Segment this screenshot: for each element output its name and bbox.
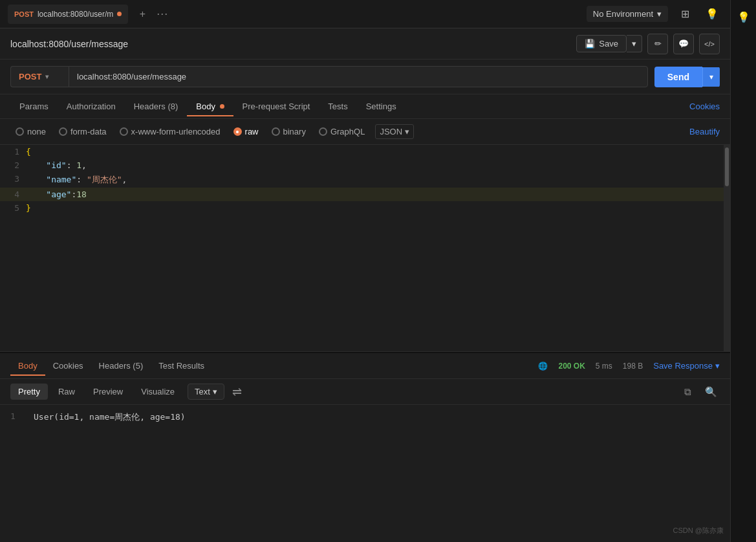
response-size: 198 B [623, 362, 643, 371]
status-code: 200 OK [558, 362, 585, 371]
search-response-button[interactable]: 🔍 [702, 383, 720, 401]
line-content: "age":18 [26, 188, 730, 201]
resp-subtab-preview[interactable]: Preview [85, 384, 131, 400]
response-tabs: Body Cookies Headers (5) Test Results 🌐 … [0, 353, 730, 379]
line-number: 1 [0, 145, 26, 158]
resp-subtab-pretty[interactable]: Pretty [10, 384, 48, 400]
top-bar: POST localhost:8080/user/m + ··· No Envi… [0, 0, 730, 28]
json-format-selector[interactable]: JSON ▾ [375, 124, 414, 139]
resp-subtab-raw[interactable]: Raw [50, 384, 83, 400]
editor-scrollbar[interactable] [724, 145, 730, 351]
beautify-button[interactable]: Beautify [689, 127, 720, 136]
radio-graphql[interactable] [319, 127, 327, 136]
right-sidebar: 💡 [730, 0, 756, 542]
resp-tab-body[interactable]: Body [10, 356, 45, 376]
response-status: 🌐 200 OK 5 ms 198 B Save Response ▾ [538, 361, 720, 371]
tab-prerequest[interactable]: Pre-request Script [233, 96, 319, 116]
body-unsaved-dot [220, 104, 224, 109]
request-title: localhost:8080/user/message [10, 39, 128, 49]
option-binary[interactable]: binary [266, 125, 311, 138]
format-chevron-icon: ▾ [405, 127, 409, 136]
method-chevron-icon: ▾ [45, 73, 49, 80]
radio-form-data[interactable] [59, 127, 67, 136]
tab-tests[interactable]: Tests [319, 96, 356, 116]
tab-headers[interactable]: Headers (8) [125, 96, 188, 116]
code-editor[interactable]: 1 { 2 "id": 1, 3 "name": "周杰伦", 4 "age":… [0, 145, 730, 352]
tab-params[interactable]: Params [10, 96, 58, 116]
url-input[interactable] [69, 66, 648, 87]
response-format-selector[interactable]: Text ▾ [188, 384, 224, 400]
save-icon: 💾 [585, 39, 595, 49]
resp-line-number: 1 [10, 411, 23, 423]
code-line-3: 3 "name": "周杰伦", [0, 172, 730, 188]
method-label: POST [19, 72, 41, 81]
cookies-button[interactable]: Cookies [689, 102, 720, 111]
radio-urlencoded[interactable] [120, 127, 128, 136]
response-subtabs: Pretty Raw Preview Visualize Text ▾ ⇌ ⧉ … [0, 379, 730, 405]
code-line-4: 4 "age":18 [0, 188, 730, 201]
save-dropdown-button[interactable]: ▾ [627, 35, 642, 52]
tab-body[interactable]: Body [187, 96, 233, 116]
method-selector[interactable]: POST ▾ [10, 66, 69, 87]
url-bar: POST ▾ Send ▾ [0, 60, 730, 94]
globe-icon: 🌐 [538, 362, 548, 371]
new-tab-button[interactable]: + [133, 5, 151, 23]
bulb-icon-button[interactable]: 💡 [702, 4, 722, 25]
chevron-down-icon: ▾ [657, 9, 662, 19]
comment-icon-button[interactable]: 💬 [673, 34, 694, 54]
line-content: } [26, 201, 730, 215]
send-dropdown-button[interactable]: ▾ [702, 67, 720, 87]
response-panel: Body Cookies Headers (5) Test Results 🌐 … [0, 352, 730, 429]
code-line-5: 5 } [0, 201, 730, 215]
resp-line-content: User(id=1, name=周杰伦, age=18) [34, 411, 186, 423]
radio-binary[interactable] [272, 127, 280, 136]
resp-tab-cookies[interactable]: Cookies [45, 356, 91, 376]
tab-url: localhost:8080/user/m [38, 10, 113, 19]
env-label: No Environment [593, 9, 653, 19]
option-none[interactable]: none [10, 125, 51, 138]
resp-tab-headers[interactable]: Headers (5) [91, 356, 151, 376]
code-line-2: 2 "id": 1, [0, 158, 730, 172]
line-number: 5 [0, 201, 26, 215]
line-content: "id": 1, [26, 158, 730, 172]
line-content: { [26, 145, 730, 158]
watermark: CSDN @陈亦康 [673, 526, 724, 536]
send-button[interactable]: Send [654, 67, 702, 87]
radio-raw[interactable] [233, 127, 242, 136]
grid-icon-button[interactable]: ⊞ [675, 4, 695, 25]
tab-authorization[interactable]: Authorization [58, 96, 125, 116]
resp-subtab-visualize[interactable]: Visualize [133, 384, 182, 400]
option-raw[interactable]: raw [228, 125, 264, 138]
request-header-actions: 💾 Save ▾ ✏ 💬 </> [576, 34, 720, 54]
code-line-1: 1 { [0, 145, 730, 158]
edit-icon-button[interactable]: ✏ [647, 34, 668, 54]
copy-response-button[interactable]: ⧉ [678, 383, 697, 401]
save-response-chevron-icon: ▾ [715, 361, 720, 371]
radio-none[interactable] [16, 127, 24, 136]
option-urlencoded[interactable]: x-www-form-urlencoded [114, 125, 226, 138]
line-content: "name": "周杰伦", [26, 172, 730, 188]
line-number: 2 [0, 158, 26, 172]
save-response-button[interactable]: Save Response ▾ [653, 361, 720, 371]
resp-line-1: 1 User(id=1, name=周杰伦, age=18) [10, 411, 720, 423]
tab-unsaved-dot [117, 12, 122, 16]
line-number: 3 [0, 172, 26, 188]
top-right-actions: No Environment ▾ ⊞ 💡 [587, 4, 722, 25]
response-time: 5 ms [596, 362, 612, 371]
option-form-data[interactable]: form-data [54, 125, 112, 138]
scrollbar-thumb [725, 147, 729, 186]
resp-tab-test-results[interactable]: Test Results [151, 356, 212, 376]
save-button[interactable]: 💾 Save [576, 35, 627, 52]
sidebar-icon-bulb[interactable]: 💡 [733, 6, 754, 27]
environment-selector[interactable]: No Environment ▾ [587, 6, 668, 22]
line-number: 4 [0, 188, 26, 201]
code-icon-button[interactable]: </> [699, 34, 720, 54]
more-tabs-button[interactable]: ··· [157, 7, 168, 21]
request-header: localhost:8080/user/message 💾 Save ▾ ✏ 💬… [0, 28, 730, 60]
active-tab[interactable]: POST localhost:8080/user/m [8, 5, 128, 24]
filter-icon[interactable]: ⇌ [232, 385, 242, 399]
tab-settings[interactable]: Settings [357, 96, 405, 116]
tab-method: POST [14, 10, 34, 18]
request-tabs: Params Authorization Headers (8) Body Pr… [0, 94, 730, 119]
option-graphql[interactable]: GraphQL [314, 125, 370, 138]
